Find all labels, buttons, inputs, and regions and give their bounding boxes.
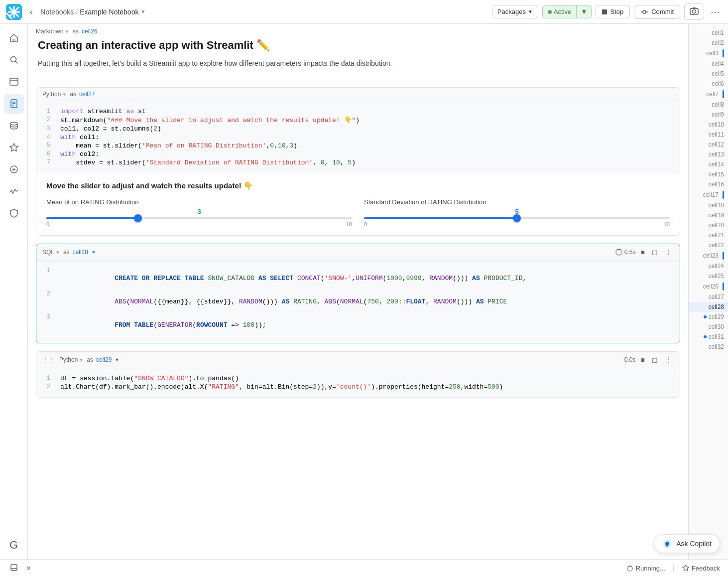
sidebar-item-deploy[interactable] <box>4 138 24 157</box>
cell-nav-cell22[interactable]: cell22 <box>689 240 728 250</box>
commit-button[interactable]: Commit <box>634 5 680 19</box>
bottom-toggle-button[interactable] <box>8 562 20 575</box>
cell-nav-cell10[interactable]: cell10 <box>689 120 728 130</box>
camera-button[interactable] <box>684 3 704 20</box>
cell-nav-label-22: cell22 <box>709 242 724 249</box>
cell-nav-cell1[interactable]: cell1 <box>689 28 728 38</box>
cell26-indicator <box>723 283 724 290</box>
cell-nav-cell17[interactable]: cell17 <box>689 189 728 200</box>
feedback-icon <box>682 565 690 573</box>
cell-nav-cell18[interactable]: cell18 <box>689 200 728 210</box>
slider-mean-thumb[interactable] <box>134 214 142 222</box>
cell28-stop-btn[interactable]: ■ <box>639 247 647 257</box>
sidebar-item-data[interactable] <box>4 116 24 136</box>
cell-nav-cell20[interactable]: cell20 <box>689 220 728 230</box>
bottom-close-button[interactable]: ✕ <box>24 563 33 574</box>
sidebar-item-add[interactable] <box>4 159 24 179</box>
feedback-button[interactable]: Feedback <box>682 565 720 573</box>
ask-copilot-button[interactable]: Ask Copilot <box>654 534 720 553</box>
cell29-more-btn[interactable]: ⋮ <box>663 355 674 365</box>
cell-nav-cell28[interactable]: cell28 <box>689 302 728 312</box>
active-dropdown-button[interactable]: ▼ <box>577 5 592 18</box>
cell-nav-cell24[interactable]: cell24 <box>689 261 728 271</box>
sidebar-item-activity[interactable] <box>4 181 24 201</box>
cell-nav-cell12[interactable]: cell12 <box>689 140 728 149</box>
cell29-stop-btn[interactable]: ■ <box>639 355 647 365</box>
slider-stdev-thumb[interactable] <box>513 214 521 222</box>
slider-stdev-track[interactable] <box>364 217 670 219</box>
py2-line-1: 1 df = session.table("SNOW_CATALOG").to_… <box>36 374 680 383</box>
cell29-header: ⋮⋮ Python ▼ as cell29 • 0.0s ■ ◻ ⋮ <box>36 352 680 368</box>
notebook-dropdown-arrow[interactable]: ▼ <box>140 9 145 14</box>
code-line-6: 6 with col2: <box>36 150 680 158</box>
active-status-dot <box>548 10 552 14</box>
cell-type-python[interactable]: Python ▼ <box>42 91 67 98</box>
cell-nav-cell5[interactable]: cell5 <box>689 69 728 79</box>
sidebar-item-workspace[interactable] <box>4 72 24 92</box>
sidebar-item-home[interactable] <box>4 28 24 48</box>
cell-nav-cell8[interactable]: cell8 <box>689 100 728 110</box>
cell-nav-cell4[interactable]: cell4 <box>689 59 728 69</box>
packages-label: Packages <box>497 8 526 15</box>
cell-nav-cell27[interactable]: cell27 <box>689 292 728 302</box>
cell-nav-cell2[interactable]: cell2 <box>689 38 728 48</box>
cell-nav-cell6[interactable]: cell6 <box>689 79 728 89</box>
shield-icon <box>9 208 19 218</box>
cell27-header: Python ▼ as cell27 <box>36 88 680 101</box>
cell-nav-cell11[interactable]: cell11 <box>689 130 728 140</box>
cell-nav-cell9[interactable]: cell9 <box>689 110 728 120</box>
cell-nav-cell21[interactable]: cell21 <box>689 230 728 240</box>
stop-button[interactable]: Stop <box>596 5 630 18</box>
cell28-more-btn[interactable]: ⋮ <box>663 247 674 257</box>
back-button[interactable]: ‹ <box>26 5 36 18</box>
cell-nav-label-2: cell2 <box>712 39 724 46</box>
cell28-expand-btn[interactable]: ◻ <box>650 247 660 257</box>
active-button[interactable]: Active <box>542 5 577 18</box>
cell-type-sql[interactable]: SQL ▼ <box>42 249 60 256</box>
active-button-group: Active ▼ <box>542 5 592 18</box>
slider-mean-fill <box>46 217 138 219</box>
copilot-label: Ask Copilot <box>676 540 712 548</box>
cell-nav-cell13[interactable]: cell13 <box>689 149 728 159</box>
cell-nav-cell15[interactable]: cell15 <box>689 169 728 179</box>
cell-nav-cell25[interactable]: cell25 <box>689 271 728 281</box>
bottom-bar: ✕ Running... Feedback <box>0 559 728 577</box>
slider-stdev-label: Standard Deviation of RATING Distributio… <box>364 198 670 206</box>
cell-nav-cell30[interactable]: cell30 <box>689 322 728 332</box>
cell29-name[interactable]: cell29 <box>96 356 112 363</box>
cell29-expand-btn[interactable]: ◻ <box>650 355 660 365</box>
cell-nav-cell16[interactable]: cell16 <box>689 179 728 189</box>
cell-nav-label-12: cell12 <box>709 141 724 148</box>
cell-type-markdown[interactable]: Markdown ▼ <box>36 28 69 35</box>
sidebar-item-search[interactable] <box>4 50 24 70</box>
cell-nav-cell7[interactable]: cell7 <box>689 89 728 100</box>
cell-nav-cell3[interactable]: cell3 <box>689 48 728 59</box>
python2-as-label: as <box>87 356 93 363</box>
slider-mean-track[interactable] <box>46 217 352 219</box>
svg-point-21 <box>10 122 17 125</box>
sidebar-item-user[interactable]: G <box>4 535 24 555</box>
cell-nav-cell26[interactable]: cell26 <box>689 281 728 292</box>
python-as-label: as <box>70 91 76 98</box>
sidebar-item-security[interactable] <box>4 203 24 223</box>
packages-button[interactable]: Packages ▼ <box>492 5 538 18</box>
cell27-name[interactable]: cell27 <box>79 91 95 98</box>
breadcrumb-root[interactable]: Notebooks <box>40 8 74 16</box>
markdown-description: Putting this all together, let's build a… <box>38 58 678 69</box>
cell-nav-label-19: cell19 <box>709 212 724 219</box>
cell-nav-cell14[interactable]: cell14 <box>689 159 728 169</box>
cell-nav-cell31[interactable]: cell31 <box>689 332 728 342</box>
cell-nav-cell29[interactable]: cell29 <box>689 312 728 322</box>
more-options-button[interactable]: ⋯ <box>708 4 722 20</box>
cell-nav-cell32[interactable]: cell32 <box>689 342 728 352</box>
cell-nav-cell23[interactable]: cell23 <box>689 250 728 261</box>
cell-nav-cell19[interactable]: cell19 <box>689 210 728 220</box>
cell-type-python2[interactable]: Python ▼ <box>59 356 84 363</box>
cell29-drag-handle[interactable]: ⋮⋮ <box>42 356 54 363</box>
cell28-name[interactable]: cell28 <box>73 249 88 256</box>
bottom-running-indicator <box>627 566 633 572</box>
code-line-4: 4 with col1: <box>36 133 680 142</box>
cell29-dot-nav <box>704 315 707 318</box>
cell26-name[interactable]: cell26 <box>82 28 97 35</box>
sidebar-item-notebook[interactable] <box>4 94 24 114</box>
